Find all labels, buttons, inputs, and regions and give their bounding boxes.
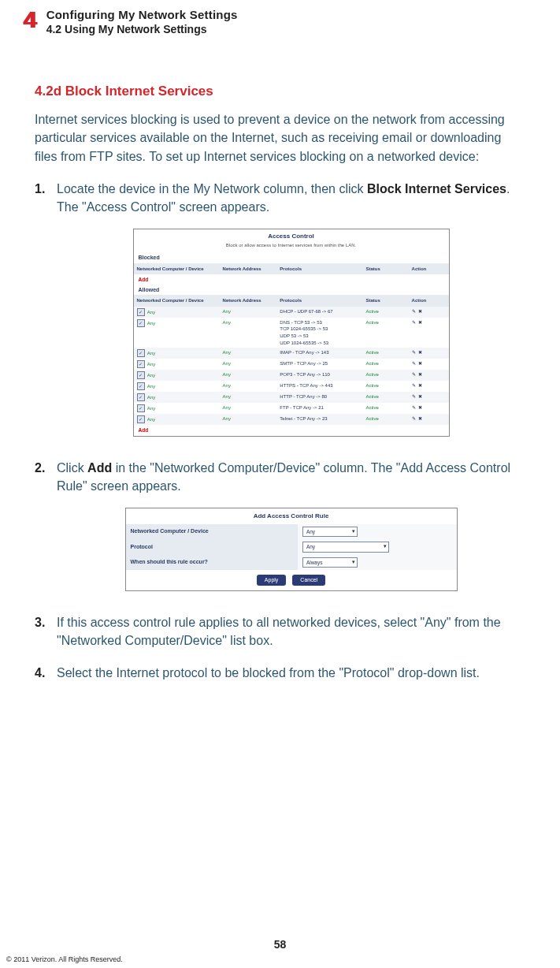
device-cell: Any [147,362,155,367]
table-row: ✓ AnyAnyFTP - TCP Any -> 21Active✎ ✖ [134,403,449,414]
action-cell[interactable]: ✎ ✖ [409,392,449,403]
col-status: Status [362,295,408,307]
step-1: Locate the device in the My Network colu… [35,180,525,437]
step-2: Click Add in the "Networked Computer/Dev… [35,459,525,591]
add-link-allowed[interactable]: Add [134,425,154,435]
address-cell: Any [223,350,231,355]
protocol-cell: IMAP - TCP Any -> 143 [276,348,362,359]
add-link-blocked[interactable]: Add [134,274,154,285]
address-cell: Any [223,309,231,314]
address-cell: Any [223,394,231,399]
protocol-cell: FTP - TCP Any -> 21 [276,403,362,414]
apply-button[interactable]: Apply [257,575,287,586]
action-cell[interactable]: ✎ ✖ [409,403,449,414]
when-label: When should this rule occur? [126,555,298,570]
device-cell: Any [147,395,155,400]
col-device: Networked Computer / Device [134,295,220,307]
table-row: ✓ AnyAnyIMAP - TCP Any -> 143Active✎ ✖ [134,348,449,359]
col-status: Status [362,263,408,275]
section-heading: 4.2d Block Internet Services [35,84,525,99]
col-action: Action [409,263,449,275]
step-bold: Add [87,461,112,475]
action-cell[interactable]: ✎ ✖ [409,318,449,348]
col-action: Action [409,295,449,307]
cancel-button[interactable]: Cancel [292,575,325,586]
checkbox-icon[interactable]: ✓ [137,393,145,401]
device-cell: Any [147,351,155,356]
protocol-dropdown[interactable]: Any [302,542,389,552]
step-text: Click [57,461,87,475]
status-cell: Active [365,320,378,325]
table-row: ✓ AnyAnyPOP3 - TCP Any -> 110Active✎ ✖ [134,370,449,381]
col-protocols: Protocols [276,263,362,275]
form-title: Add Access Control Rule [126,508,457,524]
chapter-number: 4 [24,8,37,32]
col-device: Networked Computer / Device [134,263,220,275]
action-cell[interactable]: ✎ ✖ [409,414,449,425]
protocol-cell: POP3 - TCP Any -> 110 [276,370,362,381]
checkbox-icon[interactable]: ✓ [137,308,145,316]
status-cell: Active [365,416,378,421]
step-bold: Block Internet Services [367,182,506,195]
protocol-label: Protocol [126,539,298,554]
table-row: ✓ AnyAnyTelnet - TCP Any -> 23Active✎ ✖ [134,414,449,425]
table-row: ✓ AnyAnyHTTP - TCP Any -> 80Active✎ ✖ [134,392,449,403]
panel-title: Access Control [134,229,449,242]
device-dropdown[interactable]: Any [302,527,358,537]
chapter-title: Configuring My Network Settings [46,8,238,23]
protocol-cell: DHCP - UDP 67-68 -> 67 [276,307,362,318]
status-cell: Active [365,394,378,399]
protocol-cell: HTTP - TCP Any -> 80 [276,392,362,403]
device-cell: Any [147,417,155,422]
checkbox-icon[interactable]: ✓ [137,319,145,327]
checkbox-icon[interactable]: ✓ [137,349,145,357]
action-cell[interactable]: ✎ ✖ [409,370,449,381]
checkbox-icon[interactable]: ✓ [137,415,145,423]
action-cell[interactable]: ✎ ✖ [409,359,449,370]
address-cell: Any [223,405,231,410]
checkbox-icon[interactable]: ✓ [137,360,145,368]
panel-subtitle: Block or allow access to Internet servic… [134,242,449,254]
device-cell: Any [147,406,155,411]
device-cell: Any [147,309,155,314]
status-cell: Active [365,405,378,410]
col-address: Network Address [220,295,277,307]
address-cell: Any [223,320,231,325]
status-cell: Active [365,383,378,388]
chapter-header: 4 Configuring My Network Settings 4.2 Us… [24,8,536,36]
action-cell[interactable]: ✎ ✖ [409,348,449,359]
copyright: © 2011 Verizon. All Rights Reserved. [6,955,123,963]
chapter-subtitle: 4.2 Using My Network Settings [46,23,238,37]
action-cell[interactable]: ✎ ✖ [409,307,449,318]
step-text: Locate the device in the My Network colu… [57,182,367,195]
checkbox-icon[interactable]: ✓ [137,371,145,379]
address-cell: Any [223,361,231,366]
device-cell: Any [147,320,155,325]
address-cell: Any [223,372,231,377]
table-row: ✓ AnyAnyDHCP - UDP 67-68 -> 67Active✎ ✖ [134,307,449,318]
col-address: Network Address [220,263,277,275]
protocol-cell: HTTPS - TCP Any -> 443 [276,381,362,392]
blocked-label: Blocked [134,253,449,262]
address-cell: Any [223,383,231,388]
status-cell: Active [365,309,378,314]
when-dropdown[interactable]: Always [302,557,358,568]
protocol-cell: SMTP - TCP Any -> 25 [276,359,362,370]
action-cell[interactable]: ✎ ✖ [409,381,449,392]
protocol-cell: Telnet - TCP Any -> 23 [276,414,362,425]
allowed-label: Allowed [134,285,449,295]
table-row: ✓ AnyAnySMTP - TCP Any -> 25Active✎ ✖ [134,359,449,370]
table-row: ✓ AnyAnyHTTPS - TCP Any -> 443Active✎ ✖ [134,381,449,392]
allowed-table: Networked Computer / Device Network Addr… [134,295,449,425]
device-cell: Any [147,373,155,378]
step-4: Select the Internet protocol to be block… [35,664,525,682]
device-label: Networked Computer / Device [126,524,298,539]
status-cell: Active [365,372,378,377]
step-3: If this access control rule applies to a… [35,613,525,650]
add-rule-screenshot: Add Access Control Rule Networked Comput… [125,508,458,591]
checkbox-icon[interactable]: ✓ [137,404,145,412]
protocol-cell: DNS - TCP 53 -> 53 TCP 1024-65535 -> 53 … [276,318,362,348]
checkbox-icon[interactable]: ✓ [137,382,145,390]
status-cell: Active [365,361,378,366]
col-protocols: Protocols [276,295,362,307]
